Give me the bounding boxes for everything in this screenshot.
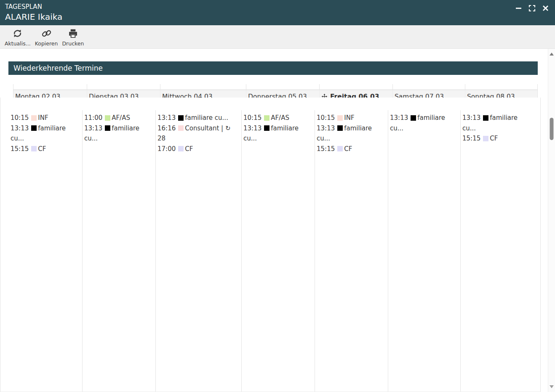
toolbar: Aktualis... Kopieren Drucken [0,25,555,49]
print-button[interactable]: Drucken [60,25,86,47]
appointment-time: 10:15 [11,114,29,122]
maximize-icon[interactable] [528,5,536,12]
appointment[interactable]: 13:13familiare cu... [390,113,457,133]
appointment[interactable]: 13:13familiare cu... [243,123,311,144]
printer-icon [68,28,78,39]
category-color-swatch [178,146,184,151]
appointment-time: 13:13 [157,114,176,122]
appointment-time: 13:13 [462,114,480,122]
appointment-label: INF [38,114,48,122]
close-icon[interactable] [542,5,549,12]
appointment-time: 15:15 [11,145,29,153]
scroll-up-arrow[interactable] [550,53,554,56]
appointment-time: 11:00 [84,114,102,122]
category-color-swatch [483,115,488,121]
day-cell: 11:00AF/AS13:13familiare cu... [82,110,155,392]
link-icon [41,28,52,39]
appointment-label: CF [185,145,193,153]
tagesplan-window: TAGESPLAN ALARIE Ikaika [0,0,555,392]
category-color-swatch [337,146,343,151]
patient-name: ALARIE Ikaika [5,11,62,22]
category-color-swatch [178,125,184,131]
print-button-label: Drucken [62,40,84,47]
category-color-swatch [337,115,343,121]
category-color-swatch [178,115,184,121]
appointment[interactable]: 10:15INF [11,113,79,123]
category-color-swatch [411,115,416,121]
appointment-time: 15:15 [317,145,335,153]
day-cell: 13:13familiare cu... [388,110,460,392]
appointment-label: CF [490,135,498,142]
copy-button-label: Kopieren [35,40,58,47]
titlebar: TAGESPLAN ALARIE Ikaika [0,0,555,25]
appointment-label: CF [344,145,352,153]
category-color-swatch [105,115,110,121]
category-color-swatch [264,115,269,121]
day-cell: 10:15INF13:13familiare cu...15:15CF [9,110,82,392]
refresh-button[interactable]: Aktualis... [3,25,33,47]
appointment-label: AF/AS [271,114,289,122]
appointment-label: familiare cu... [185,114,228,122]
week-content-row: 10:15INF13:13familiare cu...15:15CF11:00… [0,98,541,392]
appointment-time: 13:13 [84,124,102,132]
scroll-down-arrow[interactable] [550,385,554,388]
appointment[interactable]: 15:15CF [462,133,530,144]
content-scroll-area: Wiederkehrende Termine Montag 02.03Diens… [0,49,548,392]
category-color-swatch [337,125,343,131]
minimize-icon[interactable] [515,5,522,12]
appointment-time: 13:13 [317,124,335,132]
partial-week-row [13,84,538,90]
category-color-swatch [31,125,37,131]
appointment-time: 13:13 [390,114,408,122]
appointment-label: INF [344,114,354,122]
appointment[interactable]: 15:15CF [11,144,79,154]
appointment[interactable]: 13:13familiare cu... [317,123,384,144]
appointment[interactable]: 15:15CF [317,144,384,154]
category-color-swatch [483,136,488,141]
category-color-swatch [264,125,269,131]
category-color-swatch [31,146,37,151]
copy-button[interactable]: Kopieren [33,25,60,47]
section-header: Wiederkehrende Termine [8,61,538,75]
window-controls [515,0,555,12]
appointment-time: 16:16 [157,124,176,132]
appointment-time: 15:15 [462,135,480,142]
appointment-label: Consultant [185,124,219,132]
day-cell: 13:13familiare cu...15:15CF [460,110,534,392]
appointment[interactable]: 10:15AF/AS [243,113,311,123]
window-title: TAGESPLAN [5,3,62,11]
appointment-time: 17:00 [157,145,176,153]
appointment-time: 13:13 [243,124,261,132]
appointment-label: AF/AS [112,114,130,122]
appointment-time: 10:15 [317,114,335,122]
category-color-swatch [31,115,37,121]
appointment[interactable]: 13:13familiare cu... [157,113,238,123]
day-cell: 10:15INF13:13familiare cu...15:15CF [315,110,388,392]
appointment[interactable]: 10:15INF [317,113,384,123]
titlebar-titles: TAGESPLAN ALARIE Ikaika [0,0,62,22]
appointment[interactable]: 13:13familiare cu... [84,123,152,144]
appointment[interactable]: 11:00AF/AS [84,113,152,123]
refresh-icon [12,28,23,39]
appointment[interactable]: 13:13familiare cu... [11,123,79,144]
scrollbar-thumb[interactable] [550,118,554,140]
calendar-grid: Montag 02.03Dienstag 03.03Mittwoch 04.03… [13,84,538,145]
category-color-swatch [105,125,110,131]
refresh-button-label: Aktualis... [5,40,31,47]
appointment-time: 13:13 [11,124,29,132]
appointment-label: CF [38,145,46,153]
appointment[interactable]: 17:00CF [157,144,238,154]
appointment[interactable]: 13:13familiare cu... [462,113,530,133]
vertical-scrollbar[interactable] [548,49,555,392]
day-cell: 10:15AF/AS13:13familiare cu... [241,110,315,392]
appointment[interactable]: 16:16Consultant | ↻ 28 [157,123,238,144]
day-cell: 13:13familiare cu...16:16Consultant | ↻ … [155,110,241,392]
appointment-time: 10:15 [243,114,261,122]
